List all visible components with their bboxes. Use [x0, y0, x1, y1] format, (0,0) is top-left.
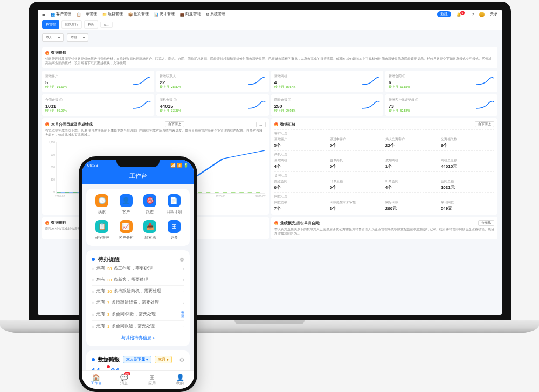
notch: [116, 160, 160, 167]
panel-title: 数据提醒: [51, 50, 66, 56]
mobile-app: 09:33📶 📶 🔋 工作台 🕓线索👤客户🎯跟进📄回款计划📋日报管理📈客户分析📥…: [82, 160, 194, 389]
brief-title: 数据简报: [98, 356, 120, 363]
kpi-change: 较上月 -28.89%: [160, 85, 265, 89]
sparkline-icon: [476, 77, 494, 86]
todo-more-link[interactable]: 与其他待办信息 >: [92, 332, 184, 341]
kpi-change: 较上月 -89.07%: [45, 109, 151, 113]
tab[interactable]: s…: [100, 22, 113, 28]
target-panel: 🔥业绩预完成比(单月合同) 公海战 本人及其直接关系下的权限其天已完成后否优公海…: [271, 217, 498, 239]
summary-cell: 成期商机1个: [385, 159, 439, 169]
kpi-change: 较上月 -16.67%: [45, 85, 151, 89]
scope-chip[interactable]: 本人及下属 ▾: [123, 356, 151, 363]
todo-item[interactable]: ⌾ 您有 28 条工作项，需要处理›: [92, 263, 184, 274]
nav-item[interactable]: 👥 客户管理: [51, 12, 71, 17]
summary-select[interactable]: 自下而上: [475, 121, 494, 127]
quick-action[interactable]: 🎯跟进: [140, 194, 161, 215]
data-reminder-panel: 🔥数据提醒 销售管理以及商品销售数据供统筹进行归纳分析，在统计数据包括新增客户、…: [42, 47, 497, 68]
target-select[interactable]: 公海战: [478, 220, 494, 226]
nav-item[interactable]: 📊 统计管理: [154, 12, 175, 17]
sparkline-icon: [247, 101, 266, 109]
kpi-change: 较上月 -33.26%: [160, 109, 265, 113]
tab[interactable]: 团队排行: [61, 20, 82, 29]
summary-cell: 实际回款260元: [385, 201, 439, 211]
panel-desc: 本人及其直接关系下的权限其天已完成后否优公海需提升销售管理人员企业管理系统权限置…: [274, 228, 495, 236]
summary-cell: 出单合同4个: [385, 180, 439, 190]
kpi-cards: 新增客户 5 较上月 -16.67% 新增联系人 22 较上月 -28.89% …: [42, 71, 497, 116]
summary-row: 回款总额7个回款提醒时未审核3个实际回款260元累计回款549元: [274, 201, 495, 211]
completion-more[interactable]: …: [256, 122, 266, 127]
tab[interactable]: 我拥: [84, 20, 98, 29]
scope-select[interactable]: 本人 ▾: [42, 33, 64, 42]
todo-title: 待办提醒: [98, 256, 120, 263]
filters: 本人 ▾ 本月 ▾: [38, 30, 502, 45]
quick-action[interactable]: 📈客户分析: [116, 220, 137, 240]
kpi-card: 新增合同 ⓘ 6 较上月 -63.85%: [385, 71, 497, 92]
summary-section: 回款汇总: [274, 192, 495, 198]
kpi-card: 合同金额 ⓘ 1031 较上月 -89.07%: [42, 94, 154, 116]
tab-messages[interactable]: 💬99+消息: [110, 371, 138, 389]
nav-item[interactable]: 💼 商业智能: [180, 12, 201, 17]
panel-title: 本月合同目标及完成情况: [51, 122, 93, 127]
kpi-card: 新增客户 5 较上月 -16.67%: [42, 71, 154, 92]
summary-section: 商机汇总: [274, 150, 495, 156]
sparkline-icon: [133, 77, 151, 86]
nav-item[interactable]: 📁 项目管理: [102, 12, 123, 17]
panel-title: 数据排行: [51, 220, 66, 225]
gear-icon[interactable]: ⚙: [179, 257, 184, 263]
mobile-tabbar: 🏠工作台 💬99+消息 ⊞应用 👤我的: [82, 370, 194, 389]
summary-cell: 回款提醒时未审核3个: [330, 201, 383, 211]
summary-cell: 为人公海客户22个: [385, 137, 439, 148]
todo-item[interactable]: ⌾ 您有 1 条合同跟进，需要处理›: [92, 321, 184, 332]
avatar[interactable]: [479, 12, 485, 17]
todo-item[interactable]: ⌾ 您有 7 条待跟进线索，需要处理›: [92, 297, 184, 308]
nav-item[interactable]: 📦 批次管理: [128, 12, 149, 17]
quick-action[interactable]: ⊞更多: [164, 220, 185, 240]
period-chip[interactable]: 本月 ▾: [155, 356, 172, 363]
todo-item[interactable]: ⌾ 您有 10 条待跟进商机，需要处理›: [92, 286, 184, 297]
kpi-card: 新增客户保证记录 ⓘ 73 较上月 -82.58%: [385, 94, 497, 116]
tab-active[interactable]: 我管理: [42, 20, 59, 29]
menu-icon[interactable]: ☰: [42, 12, 45, 17]
view-tabs: 我管理 团队排行 我拥 s…: [38, 19, 502, 30]
notif-icon[interactable]: 🔔6: [457, 12, 467, 17]
summary-cell: 新增客户5个: [274, 137, 328, 148]
summary-panel: 🔥数据汇总 自下而上 客户汇总新增客户5个跟进中客户5个为人公海客户22个公海领…: [271, 118, 498, 215]
quick-actions: 🕓线索👤客户🎯跟进📄回款计划📋日报管理📈客户分析📥线索池⊞更多: [86, 189, 190, 246]
top-nav: ☰ 👥 客户管理 📋 工单管理 📁 项目管理 📦 批次管理 📊 统计管理 💼 商…: [38, 10, 502, 19]
sparkline-icon: [476, 101, 494, 109]
summary-section: 合同汇总: [274, 171, 495, 177]
summary-row: 跟进合同0个出单金额0个出单合同4个合同总额1031元: [274, 180, 495, 190]
phone-mockup: 09:33📶 📶 🔋 工作台 🕓线索👤客户🎯跟进📄回款计划📋日报管理📈客户分析📥…: [79, 156, 197, 392]
quick-action[interactable]: 👤客户: [116, 194, 137, 215]
gear-icon[interactable]: ⚙: [179, 357, 184, 363]
summary-cell: 回款总额7个: [274, 201, 328, 211]
help-icon[interactable]: ?: [472, 12, 474, 16]
tab-apps[interactable]: ⊞应用: [138, 371, 166, 389]
quick-action[interactable]: 📄回款计划: [164, 194, 185, 215]
summary-row: 新增商机4个盈单商机0个成期商机1个商机总金额44015元: [274, 159, 495, 169]
todo-panel: 待办提醒⚙ ⌾ 您有 28 条工作项，需要处理›⌾ 您有 38 条新客，需要处理…: [86, 250, 190, 346]
tab-home[interactable]: 🏠工作台: [82, 371, 110, 389]
kpi-card: 新增商机 4 较上月 -55.67%: [271, 71, 383, 92]
todo-item[interactable]: ⌾ 您有 3 条合同/回款，需要处理查新: [92, 308, 184, 321]
nav-item[interactable]: ⚙ 系统管理: [206, 12, 225, 17]
quick-action[interactable]: 🕓线索: [92, 194, 113, 215]
completion-select[interactable]: 自下而上: [165, 121, 184, 127]
panel-desc: 销售管理以及商品销售数据供统筹进行归纳分析，在统计数据包括新增客户、联系人、商机…: [45, 57, 494, 65]
tab-me[interactable]: 👤我的: [166, 371, 194, 389]
username: 关系: [490, 12, 497, 17]
sparkline-icon: [247, 77, 266, 86]
quick-action[interactable]: 📥线索池: [140, 220, 161, 240]
summary-cell: 新增商机4个: [274, 159, 328, 169]
mobile-header: 工作台: [82, 169, 194, 184]
panel-desc: 按总览则完成情况下本… 以最满月度关系的下属每克本当后以部门的系统完成对应系统的…: [45, 129, 266, 137]
nav-item[interactable]: 📋 工单管理: [77, 12, 97, 17]
quick-action[interactable]: 📋日报管理: [92, 220, 113, 240]
summary-cell: 跟进合同0个: [274, 180, 328, 190]
todo-item[interactable]: ⌾ 您有 38 条新客，需要处理›: [92, 274, 184, 286]
y-axis: 1,2009006003000: [45, 141, 55, 194]
new-button[interactable]: 新建: [437, 11, 451, 17]
summary-cell: 合同总额1031元: [441, 180, 494, 190]
kpi-change: 较上月 -82.58%: [389, 109, 494, 113]
period-select[interactable]: 本月 ▾: [67, 33, 88, 42]
